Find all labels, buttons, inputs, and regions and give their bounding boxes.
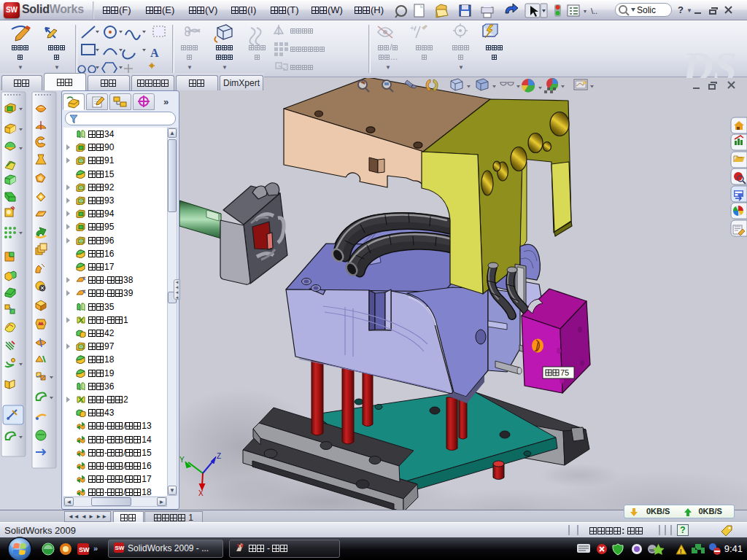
svg-text:Z: Z	[217, 452, 221, 460]
svg-text:A: A	[150, 47, 159, 59]
svg-text:SW: SW	[79, 546, 90, 553]
svg-text:75: 75	[560, 368, 569, 377]
svg-text:»: »	[93, 544, 98, 553]
svg-text:!: !	[680, 548, 682, 555]
svg-text:SW: SW	[115, 545, 125, 551]
svg-text:\..: \..	[591, 7, 597, 15]
svg-text:+: +	[410, 24, 414, 32]
svg-text:X: X	[198, 489, 204, 497]
svg-text:Y: Y	[179, 456, 185, 464]
